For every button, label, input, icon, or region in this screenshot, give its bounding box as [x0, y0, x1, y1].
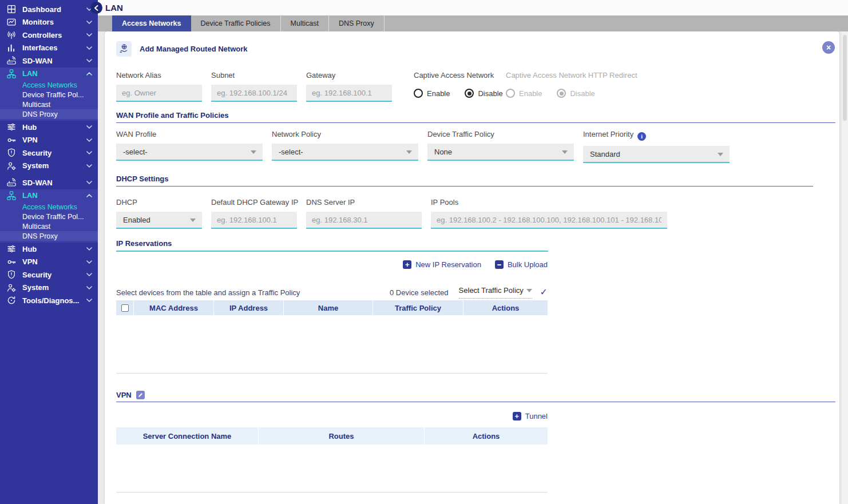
sidebar-subitem-dns-proxy[interactable]: DNS Proxy: [0, 109, 98, 119]
new-ip-reservation-button[interactable]: + New IP Reservation: [403, 260, 481, 269]
section-divider: [116, 122, 835, 123]
dns-server-input[interactable]: [306, 212, 422, 229]
edit-icon[interactable]: [136, 391, 145, 399]
upload-icon: [495, 260, 504, 269]
sidebar-item-tools-diagnos[interactable]: Tools/Diagnos...: [0, 294, 98, 307]
wan-profile-select[interactable]: -select-: [116, 144, 263, 161]
tab-dns-proxy[interactable]: DNS Proxy: [329, 15, 385, 31]
close-button[interactable]: ×: [822, 41, 835, 54]
wan-profile-value: -select-: [123, 148, 148, 156]
dhcp-section-title: DHCP Settings: [116, 174, 169, 183]
sidebar-subitem-label: DNS Proxy: [22, 232, 58, 240]
lan-icon: [6, 69, 17, 79]
captive-redirect-enable-label: Enable: [519, 89, 542, 98]
sidebar-item-security[interactable]: Security: [0, 146, 98, 160]
sidebar-subitem-device-traffic-pol[interactable]: Device Traffic Pol...: [0, 212, 98, 221]
sidebar-subitem-multicast[interactable]: Multicast: [0, 100, 98, 109]
assign-hint: Select devices from the table and assign…: [116, 288, 300, 297]
wan-section-title: WAN Profile and Traffic Policies: [116, 111, 229, 120]
device-traffic-policy-select[interactable]: None: [427, 144, 574, 161]
internet-priority-label: Internet Priorityi: [583, 130, 730, 141]
sidebar-item-system[interactable]: System: [0, 281, 98, 295]
ip-reservations-header: IP Reservations: [116, 238, 835, 252]
traffic-policy-select[interactable]: Select Traffic Policy: [459, 286, 532, 299]
network-alias-input[interactable]: [116, 85, 202, 102]
sidebar-item-monitors[interactable]: Monitors: [0, 16, 98, 29]
default-dhcp-gateway-input[interactable]: [211, 212, 297, 229]
sidebar-collapse-button[interactable]: [90, 2, 102, 14]
sidebar-item-label: Dashboard: [22, 5, 86, 14]
sidebar-group: DashboardMonitorsControllersInterfacesSD…: [0, 3, 98, 172]
add-tunnel-button[interactable]: + Tunnel: [513, 412, 548, 420]
tunnel-label: Tunnel: [525, 412, 548, 420]
scrollbar[interactable]: [842, 31, 848, 504]
column-header[interactable]: Routes: [258, 427, 424, 445]
gateway-input[interactable]: [306, 85, 392, 102]
network-policy-select[interactable]: -select-: [272, 144, 418, 161]
vpn-tunnels-table: Server Connection Name Routes Actions: [116, 427, 548, 493]
network-policy-label: Network Policy: [272, 130, 418, 138]
sidebar-subitem-label: Multicast: [22, 101, 50, 109]
column-header[interactable]: IP Address: [213, 300, 283, 315]
sidebar-subitem-multicast[interactable]: Multicast: [0, 221, 98, 231]
ip-pools-label: IP Pools: [431, 198, 667, 207]
captive-redirect-disable-radio: Disable: [557, 89, 595, 98]
dns-server-label: DNS Server IP: [306, 198, 422, 207]
dhcp-select[interactable]: Enabled: [116, 212, 202, 229]
sidebar-item-sd-wan[interactable]: SD-WAN: [0, 54, 98, 68]
table-header-row: Server Connection Name Routes Actions: [116, 427, 548, 445]
internet-priority-select[interactable]: Standard: [583, 146, 730, 163]
sidebar-subitem-access-networks[interactable]: Access Networks: [0, 202, 98, 212]
column-header[interactable]: Traffic Policy: [373, 300, 463, 315]
assign-policy-row: Select devices from the table and assign…: [116, 286, 548, 299]
section-divider: [116, 251, 548, 252]
sidebar-item-vpn[interactable]: VPN: [0, 134, 98, 147]
info-icon[interactable]: i: [637, 132, 646, 141]
sidebar-item-security[interactable]: Security: [0, 268, 98, 281]
column-header[interactable]: MAC Address: [133, 300, 213, 315]
column-header[interactable]: Actions: [463, 300, 548, 315]
sidebar-item-hub[interactable]: Hub: [0, 243, 98, 256]
sidebar-subitem-label: Device Traffic Pol...: [22, 213, 84, 221]
tab-device-traffic-policies[interactable]: Device Traffic Policies: [191, 15, 281, 31]
sidebar-subitem-dns-proxy[interactable]: DNS Proxy: [0, 231, 98, 241]
sidebar-item-system[interactable]: System: [0, 160, 98, 173]
vpn-icon: [6, 135, 17, 145]
network-alias-field: Network Alias: [116, 71, 202, 102]
wan-profile-field: WAN Profile -select-: [116, 130, 263, 163]
sidebar-item-hub[interactable]: Hub: [0, 121, 98, 134]
tab-access-networks[interactable]: Access Networks: [112, 15, 191, 31]
sidebar-item-lan[interactable]: LAN: [0, 189, 98, 203]
device-selected-count: 0 Device selected: [390, 288, 449, 297]
sidebar-subitem-device-traffic-pol[interactable]: Device Traffic Pol...: [0, 90, 98, 100]
captive-disable-radio[interactable]: Disable: [465, 89, 502, 98]
sidebar-item-vpn[interactable]: VPN: [0, 256, 98, 269]
sidebar-item-dashboard[interactable]: Dashboard: [0, 3, 98, 16]
basic-fields-row: Network Alias Subnet Gateway Captive Acc…: [116, 71, 835, 102]
column-header[interactable]: Server Connection Name: [116, 427, 258, 445]
wan-section-header: WAN Profile and Traffic Policies: [116, 110, 835, 123]
sidebar-item-lan[interactable]: LAN: [0, 68, 98, 81]
sidebar-item-interfaces[interactable]: Interfaces: [0, 42, 98, 55]
bulk-upload-button[interactable]: Bulk Upload: [495, 260, 548, 269]
add-network-panel: Add Managed Routed Network × Network Ali…: [105, 31, 839, 504]
captive-access-label: Captive Access Network: [414, 71, 494, 80]
scrollbar-thumb[interactable]: [843, 35, 847, 121]
captive-enable-radio[interactable]: Enable: [414, 89, 450, 98]
sidebar: DashboardMonitorsControllersInterfacesSD…: [0, 0, 98, 504]
sidebar-item-controllers[interactable]: Controllers: [0, 29, 98, 42]
column-header[interactable]: Name: [283, 300, 373, 315]
sidebar-subitem-access-networks[interactable]: Access Networks: [0, 80, 98, 90]
subnet-input[interactable]: [211, 85, 297, 102]
sidebar-subitem-label: Device Traffic Pol...: [22, 91, 84, 99]
ip-pools-input[interactable]: [431, 212, 667, 229]
new-ip-reservation-label: New IP Reservation: [415, 260, 481, 269]
chevron-down-icon: [86, 151, 92, 154]
sidebar-item-label: VPN: [22, 136, 86, 144]
column-header[interactable]: Actions: [424, 427, 548, 445]
apply-policy-button[interactable]: ✓: [540, 288, 548, 297]
tab-multicast[interactable]: Multicast: [281, 15, 329, 31]
sidebar-item-label: Tools/Diagnos...: [22, 296, 86, 305]
select-all-checkbox[interactable]: [121, 304, 129, 312]
sidebar-item-sd-wan[interactable]: SD-WAN: [0, 176, 98, 189]
